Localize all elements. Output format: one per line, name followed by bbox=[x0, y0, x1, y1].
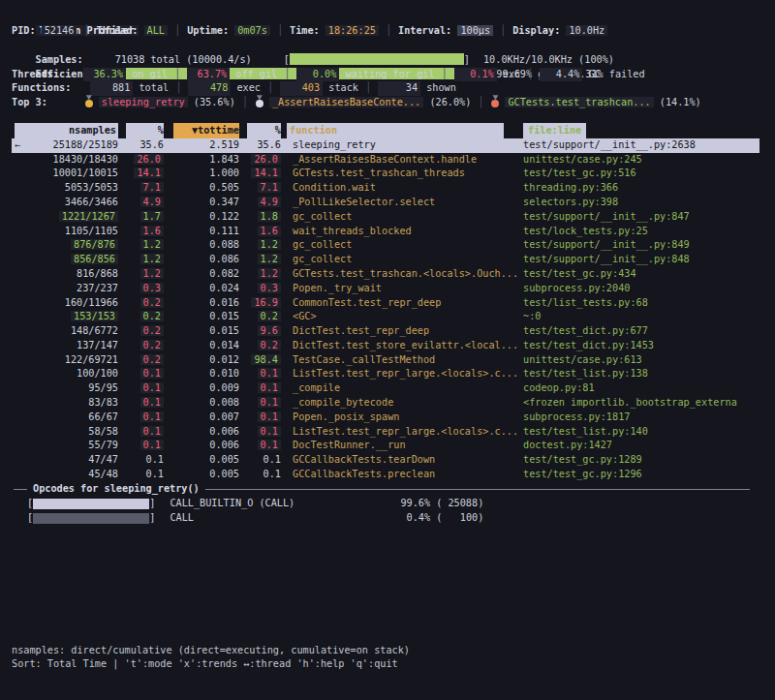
column-header-nsamples[interactable]: nsamples bbox=[12, 123, 118, 138]
stat-text: exec bbox=[236, 82, 261, 93]
nsamples-value: 160/11966 bbox=[65, 297, 118, 308]
nsamples-cell: 95/95 bbox=[12, 381, 118, 396]
nsamples-cell: 5053/5053 bbox=[12, 181, 118, 196]
cum-pct-cell: 1.2 bbox=[239, 253, 281, 267]
stat-text: waiting for gil bbox=[346, 69, 435, 79]
cum-pct-cell: 0.1 bbox=[239, 367, 281, 381]
cum-pct-cell: 0.1 bbox=[239, 425, 281, 440]
table-row[interactable]: 47/470.10.0050.1GCCallbackTests.tearDown… bbox=[12, 453, 760, 468]
separator: │ bbox=[77, 25, 96, 36]
pct-cell: 1.2 bbox=[118, 267, 164, 282]
table-row[interactable]: 856/8561.20.0861.2gc_collecttest/support… bbox=[12, 253, 760, 267]
pct-cell: 0.1 bbox=[118, 439, 164, 453]
nsamples-value: 1221/1267 bbox=[59, 211, 118, 222]
pct-cell: 1.6 bbox=[118, 225, 164, 239]
selected-row-marker-icon: ← bbox=[15, 138, 20, 153]
pct-cell: 0.2 bbox=[118, 324, 164, 339]
function-cell: _compile bbox=[281, 381, 523, 396]
tottime-value: 0.122 bbox=[209, 211, 239, 222]
cum-pct-cell: 1.6 bbox=[239, 225, 281, 239]
table-row[interactable]: 100/1000.10.0100.1ListTest.test_repr_lar… bbox=[12, 367, 760, 381]
function-cell: DocTestRunner.__run bbox=[281, 439, 523, 453]
nsamples-cell: 148/6772 bbox=[12, 324, 118, 339]
cum-pct-cell: 4.9 bbox=[239, 196, 281, 210]
samples-bar-close-bracket: ] bbox=[464, 54, 470, 65]
tottime-cell: 1.000 bbox=[164, 167, 239, 181]
top-function-pct: (35.6%) bbox=[194, 97, 235, 107]
separator: │ bbox=[435, 69, 454, 79]
table-row[interactable]: 1221/12671.70.1221.8gc_collecttest/suppo… bbox=[12, 210, 760, 225]
file-line-cell: test/list_tests.py:68 bbox=[523, 296, 760, 311]
function-cell: CommonTest.test_repr_deep bbox=[281, 296, 523, 311]
tottime-value: 1.843 bbox=[209, 154, 239, 165]
table-row[interactable]: 137/1470.20.0140.2DictTest.test_store_ev… bbox=[12, 339, 760, 353]
sorted-header-block: ▼tottime bbox=[173, 123, 239, 138]
nsamples-cell: 3466/3466 bbox=[12, 196, 118, 210]
pct-cell: 14.1 bbox=[118, 167, 164, 181]
column-header-%[interactable]: % bbox=[118, 123, 164, 138]
table-row[interactable]: 1105/11051.60.1111.6wait_threads_blocked… bbox=[12, 225, 760, 239]
table-row[interactable]: 148/67720.20.0159.6DictTest.test_repr_de… bbox=[12, 324, 760, 339]
tottime-cell: 0.010 bbox=[164, 367, 239, 381]
tottime-cell: 0.088 bbox=[164, 238, 239, 253]
column-header-tottime[interactable]: ▼tottime bbox=[164, 123, 239, 138]
nsamples-value: 856/856 bbox=[71, 254, 118, 264]
table-row[interactable]: 122/697210.20.01298.4TestCase._callTestM… bbox=[12, 353, 760, 368]
table-row[interactable]: 58/580.10.0060.1ListTest.test_repr_large… bbox=[12, 425, 760, 440]
tottime-value: 1.000 bbox=[209, 167, 239, 178]
tottime-cell: 0.015 bbox=[164, 324, 239, 339]
cum-pct-value: 0.2 bbox=[258, 311, 281, 321]
nsamples-cell: 856/856 bbox=[12, 253, 118, 267]
opcode-row: [] CALL_BUILTIN_O (CALL)99.6% ( 25088) bbox=[12, 497, 760, 511]
file-line-cell: test/test_gc.py:1289 bbox=[523, 453, 760, 468]
table-row[interactable]: 45/480.10.0050.1GCCallbackTests.preclean… bbox=[12, 468, 760, 482]
rule-segment bbox=[205, 489, 750, 490]
table-row[interactable]: 816/8681.20.0821.2GCTests.test_trashcan.… bbox=[12, 267, 760, 282]
file-line-cell: test/test_gc.py:516 bbox=[523, 167, 760, 181]
stat-value: 4.4% bbox=[540, 68, 582, 82]
pct-cell: 1.7 bbox=[118, 210, 164, 225]
pid-label: PID: bbox=[12, 25, 36, 36]
file-line-cell: subprocess.py:1817 bbox=[523, 411, 760, 425]
table-row[interactable]: 18430/1843026.01.84326.0_AssertRaisesBas… bbox=[12, 153, 760, 167]
function-cell: gc_collect bbox=[281, 210, 523, 225]
tottime-value: 0.088 bbox=[209, 239, 239, 250]
table-row[interactable]: 66/670.10.0070.1Popen._posix_spawnsubpro… bbox=[12, 411, 760, 425]
pid-value: 52146 bbox=[42, 25, 78, 36]
top-function-name: _AssertRaisesBaseConte... bbox=[269, 97, 423, 107]
pct-cell: 35.6 bbox=[118, 138, 164, 153]
pct-cell: 0.1 bbox=[118, 453, 164, 468]
tottime-cell: 0.005 bbox=[164, 468, 239, 482]
file-line-cell: threading.py:366 bbox=[523, 181, 760, 196]
table-row[interactable]: ←25188/2518935.62.51935.6sleeping_retryt… bbox=[12, 138, 760, 153]
file-line-cell: <frozen importlib._bootstrap_externa bbox=[523, 396, 760, 411]
table-row[interactable]: 5053/50537.10.5057.1Condition.waitthread… bbox=[12, 181, 760, 196]
nsamples-cell: 816/868 bbox=[12, 267, 118, 282]
table-header-row: nsamples%▼tottime%functionfile:line bbox=[12, 123, 760, 138]
table-row[interactable]: 10001/1001514.11.00014.1GCTests.test_tra… bbox=[12, 167, 760, 181]
table-row[interactable]: 3466/34664.90.3474.9_PollLikeSelector.se… bbox=[12, 196, 760, 210]
nsamples-value: 137/147 bbox=[77, 340, 118, 350]
pct-cell: 0.3 bbox=[118, 282, 164, 296]
column-header-file-line[interactable]: file:line bbox=[523, 123, 760, 138]
pct-value: 0.3 bbox=[140, 283, 164, 293]
table-row[interactable]: 153/1530.20.0150.2<GC>~:0 bbox=[12, 310, 760, 324]
table-row[interactable]: 55/790.10.0060.1DocTestRunner.__rundocte… bbox=[12, 439, 760, 453]
file-line-cell: subprocess.py:2040 bbox=[523, 282, 760, 296]
table-row[interactable]: 95/950.10.0090.1_compilecodeop.py:81 bbox=[12, 381, 760, 396]
tottime-cell: 0.111 bbox=[164, 225, 239, 239]
rule-segment bbox=[14, 489, 27, 490]
column-header-%[interactable]: % bbox=[239, 123, 281, 138]
tottime-cell: 2.519 bbox=[164, 138, 239, 153]
header-block: % bbox=[247, 123, 281, 138]
tottime-cell: 0.014 bbox=[164, 339, 239, 353]
separator: │ bbox=[277, 69, 296, 79]
nsamples-cell: 137/147 bbox=[12, 339, 118, 353]
table-row[interactable]: 237/2370.30.0240.3Popen._try_waitsubproc… bbox=[12, 282, 760, 296]
table-row[interactable]: 83/830.10.0080.1_compile_bytecode<frozen… bbox=[12, 396, 760, 411]
file-line-cell: test/test_gc.py:434 bbox=[523, 267, 760, 282]
table-row[interactable]: 160/119660.20.01616.9CommonTest.test_rep… bbox=[12, 296, 760, 311]
column-header-function[interactable]: function bbox=[281, 123, 523, 138]
table-row[interactable]: 876/8761.20.0881.2gc_collecttest/support… bbox=[12, 238, 760, 253]
cum-pct-value: 16.9 bbox=[251, 297, 281, 308]
